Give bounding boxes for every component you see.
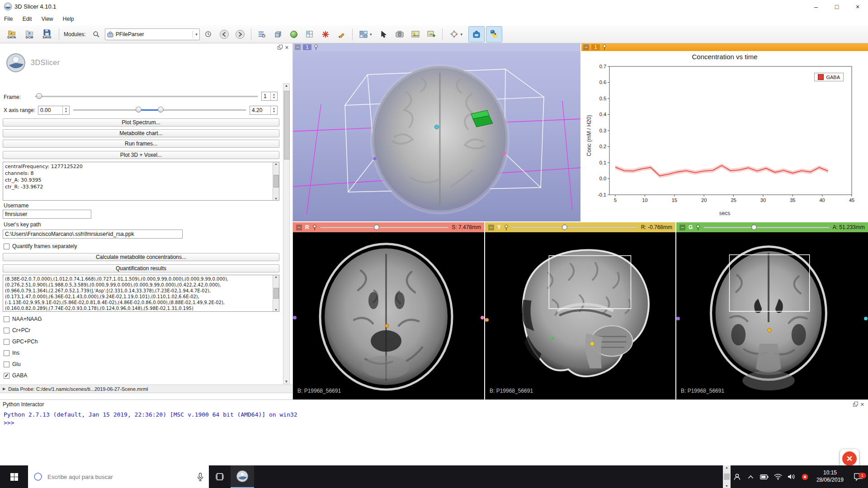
pin-icon[interactable] — [602, 44, 607, 50]
collapse-view-icon[interactable]: − — [296, 225, 302, 230]
checkbox[interactable] — [4, 316, 9, 322]
panel-scrollbar[interactable]: ▲ ▼ — [283, 83, 290, 384]
close-console-icon[interactable]: ✕ — [860, 402, 864, 407]
maximize-button[interactable]: □ — [826, 0, 847, 14]
range-handle-low[interactable] — [136, 107, 142, 113]
volume-rendering-icon[interactable] — [271, 27, 285, 42]
menu-help[interactable]: Help — [59, 14, 78, 25]
checkbox[interactable] — [4, 373, 9, 379]
layout-select-icon[interactable]: ▾ — [356, 27, 375, 42]
checkbox[interactable] — [4, 361, 9, 367]
segment-editor-icon[interactable] — [302, 27, 317, 42]
scene-view-add-icon[interactable] — [424, 27, 439, 42]
pin-icon[interactable] — [504, 225, 509, 230]
module-finder-icon[interactable] — [255, 27, 269, 42]
frame-spinbox[interactable]: 1 ▲▼ — [261, 92, 278, 101]
menu-file[interactable]: File — [0, 14, 17, 25]
data-probe-bar[interactable]: ▶ Data Probe: C:/dev/1.namic/scenes/ti..… — [0, 385, 292, 393]
slider-handle[interactable] — [751, 225, 757, 230]
module-search-icon[interactable] — [89, 27, 104, 42]
metabolite-checkbox-glu[interactable]: Glu — [4, 361, 21, 368]
module-forward-icon[interactable] — [233, 27, 247, 42]
coronal-mri-image[interactable]: B: P19968_56691 — [676, 232, 868, 399]
results-scrollbar[interactable]: ▲▼ — [273, 275, 279, 311]
taskbar-slicer-app[interactable] — [231, 465, 254, 488]
collapse-view-icon[interactable]: − — [488, 225, 494, 230]
scroll-thumb[interactable] — [284, 91, 290, 160]
screenshot-icon[interactable] — [392, 27, 407, 42]
close-panel-icon[interactable]: ✕ — [285, 45, 289, 50]
metabolite-checkbox-cr-pcr[interactable]: Cr+PCr — [4, 327, 30, 334]
sagittal-mri-image[interactable]: B: P19968_56691 — [485, 232, 675, 399]
python-console[interactable]: Python 2.7.13 (default, Jan 15 2019, 22:… — [0, 409, 868, 465]
slider-handle[interactable] — [36, 93, 42, 99]
spin-arrows[interactable]: ▲▼ — [62, 106, 69, 114]
mouse-mode-icon[interactable] — [377, 27, 391, 42]
close-icon[interactable]: ✕ — [842, 451, 857, 466]
pin-icon[interactable] — [312, 225, 317, 230]
taskbar-search-box[interactable] — [28, 465, 209, 488]
module-selector[interactable]: PFileParser ▾ — [105, 28, 200, 40]
python-console-button[interactable] — [486, 26, 502, 42]
checkbox[interactable] — [4, 244, 9, 249]
load-data-button[interactable]: DATA — [4, 26, 20, 42]
scroll-up-icon[interactable]: ▲ — [285, 84, 288, 88]
3d-view[interactable]: − 1 — [293, 43, 580, 221]
module-back-icon[interactable] — [217, 27, 231, 42]
annotations-icon[interactable] — [334, 27, 349, 42]
network-wifi-icon[interactable] — [771, 474, 785, 480]
xaxis-min-spinbox[interactable]: 0.00 ▲▼ — [38, 106, 70, 115]
green-slice-view[interactable]: − G A: 51.233mm — [675, 221, 868, 399]
pin-icon[interactable] — [696, 225, 700, 230]
scroll-down-icon[interactable]: ▼ — [285, 380, 288, 384]
metabolite-checkbox-gaba[interactable]: GABA — [4, 372, 27, 379]
checkbox[interactable] — [4, 350, 9, 356]
3d-render-area[interactable] — [293, 51, 580, 221]
search-input[interactable] — [47, 473, 193, 481]
collapse-view-icon[interactable]: − — [583, 44, 589, 50]
checkbox[interactable] — [4, 339, 9, 345]
menu-view[interactable]: View — [38, 14, 57, 25]
concentration-plot[interactable]: -0.10.00.10.20.30.40.50.60.7510152025303… — [589, 63, 860, 210]
checkbox[interactable] — [4, 328, 9, 333]
quantification-results-button[interactable]: Quantification results — [3, 264, 279, 272]
xaxis-max-spinbox[interactable]: 4.20 ▲▼ — [250, 106, 278, 115]
metabolite-checkbox-ins[interactable]: Ins — [4, 349, 19, 357]
xaxis-range-slider[interactable] — [73, 106, 246, 113]
close-button[interactable]: × — [847, 0, 868, 14]
models-sphere-icon[interactable] — [287, 27, 301, 42]
frame-slider[interactable] — [35, 93, 258, 100]
hidden-icons-chevron[interactable] — [744, 475, 758, 479]
slider-handle[interactable] — [562, 225, 567, 230]
start-button[interactable] — [0, 465, 28, 488]
crosshair-icon[interactable]: ▾ — [446, 27, 467, 42]
menu-edit[interactable]: Edit — [19, 14, 36, 25]
collapse-view-icon[interactable]: − — [679, 225, 685, 230]
volume-icon[interactable] — [785, 474, 798, 480]
chart-plot-area[interactable]: Concentration vs time Conc (mM / H20) -0… — [581, 51, 868, 221]
action-center-button[interactable]: 1 — [848, 473, 868, 481]
metabolite-checkbox-gpc-pch[interactable]: GPC+PCh — [4, 338, 38, 345]
expand-triangle-icon[interactable]: ▶ — [3, 387, 5, 391]
tray-scrollbar[interactable]: ▲ ▼ — [723, 465, 731, 488]
battery-icon[interactable] — [758, 474, 771, 479]
slider-handle[interactable] — [374, 225, 379, 230]
spin-arrows[interactable]: ▲▼ — [270, 106, 277, 114]
range-handle-high[interactable] — [158, 107, 164, 113]
slice-offset-slider[interactable] — [320, 225, 449, 230]
microphone-icon[interactable] — [197, 473, 203, 481]
calculate-concentrations-button[interactable]: Calculate metabolite concentrations... — [3, 253, 279, 261]
save-button[interactable]: SAVE — [39, 26, 55, 42]
yellow-slice-view[interactable]: − Y R: -0.768mm — [484, 221, 675, 399]
plot-spectrum-button[interactable]: Plot Spectrum... — [3, 118, 279, 127]
extensions-manager-button[interactable] — [468, 26, 485, 42]
keypath-field[interactable]: C:\Users\FranciscoMarcano\.ssh\fmrsiuser… — [3, 230, 183, 239]
task-view-button[interactable] — [209, 465, 231, 488]
dicom-button[interactable]: DCM — [21, 26, 38, 42]
info-scrollbar[interactable]: ▲▼ — [273, 162, 279, 200]
scanner-info-text[interactable]: centralFrequency: 1277125220 channels: 8… — [3, 162, 279, 201]
slice-offset-slider[interactable] — [703, 225, 829, 230]
people-icon[interactable] — [731, 473, 744, 481]
chart-view[interactable]: − 1 Concentration vs time Conc (mM / H20… — [580, 43, 868, 221]
python-prompt[interactable]: >>> — [4, 419, 864, 427]
